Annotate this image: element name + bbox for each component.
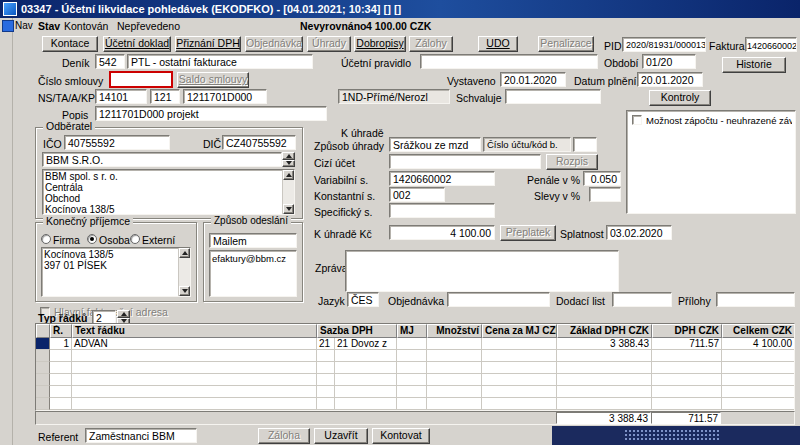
cell[interactable] [557, 362, 652, 374]
priznani-dph-button[interactable]: Přiznání DPH [175, 36, 241, 52]
radio-externi-label[interactable]: Externí [142, 234, 175, 246]
cell[interactable] [397, 362, 427, 374]
cell-sazba-kod[interactable]: 21 [317, 338, 335, 350]
bottom-scroll-panel[interactable] [552, 426, 800, 445]
dodaci-list-field[interactable] [612, 292, 672, 307]
denik-name-field[interactable]: PTL - ostatní fakturace [127, 54, 313, 69]
odberatel-nazev-field[interactable]: BBM S.R.O. [42, 152, 282, 167]
cell[interactable] [482, 386, 557, 398]
referent-field[interactable]: Zaměstnanci BBM [85, 428, 197, 443]
cell[interactable] [335, 350, 397, 362]
cell[interactable] [72, 362, 317, 374]
cell[interactable] [722, 374, 794, 386]
cell[interactable] [427, 350, 482, 362]
cell[interactable] [50, 398, 72, 410]
splatnost-field[interactable]: 03.02.2020 [606, 225, 672, 240]
konstantni-field[interactable]: 002 [389, 187, 445, 202]
cell-text[interactable]: ADVAN [72, 338, 317, 350]
uzavrit-button[interactable]: Uzavřít [314, 428, 368, 444]
row-selector[interactable] [36, 362, 50, 374]
cell-mj[interactable] [397, 338, 427, 350]
schvaluje-field[interactable] [505, 89, 601, 104]
cell[interactable] [482, 398, 557, 410]
cell[interactable] [482, 374, 557, 386]
cell[interactable] [722, 350, 794, 362]
cell[interactable] [722, 398, 794, 410]
cell-mnozstvi[interactable] [427, 338, 482, 350]
obdobi-field[interactable]: 01/20 [642, 54, 696, 69]
kontroly-item-checkbox[interactable] [632, 115, 642, 125]
cell[interactable] [317, 362, 335, 374]
radio-osoba[interactable] [87, 234, 97, 244]
cell[interactable] [50, 374, 72, 386]
slevy-field[interactable] [589, 187, 621, 202]
cislo-smlouvy-field[interactable] [109, 71, 173, 88]
cell[interactable] [557, 386, 652, 398]
scroll-up-icon[interactable] [283, 170, 294, 180]
spin-up-icon[interactable] [282, 152, 295, 160]
cell[interactable] [317, 374, 335, 386]
cell[interactable] [722, 362, 794, 374]
scroll-track[interactable] [179, 258, 190, 286]
spin-up-icon[interactable] [117, 310, 130, 318]
cell[interactable] [335, 374, 397, 386]
zpusob-uhrady-field[interactable]: Srážkou ze mzd [389, 137, 481, 152]
row-selector[interactable] [36, 338, 50, 350]
cell[interactable] [397, 350, 427, 362]
cizi-ucet-field[interactable] [389, 154, 541, 169]
cell-celkem[interactable]: 4 100.00 [722, 338, 794, 350]
kontace-button[interactable]: Kontace [42, 36, 98, 52]
table-row[interactable] [36, 386, 794, 398]
cell[interactable] [317, 386, 335, 398]
cell[interactable] [427, 374, 482, 386]
cell[interactable] [427, 386, 482, 398]
zprava-textarea[interactable] [345, 250, 619, 292]
kontovat-button[interactable]: Kontovat [372, 428, 430, 444]
odberatel-adresa-scrollbar[interactable] [282, 170, 294, 214]
datum-plneni-field[interactable]: 20.01.2020 [637, 72, 703, 87]
cell-cena[interactable] [482, 338, 557, 350]
dic-field[interactable]: CZ40755592 [222, 135, 296, 150]
cell[interactable] [557, 350, 652, 362]
scroll-down-icon[interactable] [179, 286, 190, 296]
variabilni-field[interactable]: 1420660002 [389, 171, 495, 186]
cell[interactable] [722, 386, 794, 398]
udo-button[interactable]: UDO [478, 36, 518, 52]
row-selector[interactable] [36, 386, 50, 398]
cell[interactable] [335, 398, 397, 410]
pid-field[interactable]: 2020/81931/000013 [622, 37, 706, 52]
cell[interactable] [50, 350, 72, 362]
cell[interactable] [335, 362, 397, 374]
dobropisy-button[interactable]: Dobropisy [354, 36, 406, 52]
ns2-field[interactable]: 121 [150, 89, 180, 104]
vystaveno-field[interactable]: 20.01.2020 [500, 72, 566, 87]
radio-osoba-label[interactable]: Osoba [99, 234, 130, 246]
ns1-field[interactable]: 14101 [95, 89, 147, 104]
cell-radek[interactable]: 1 [50, 338, 72, 350]
scroll-track[interactable] [283, 180, 294, 204]
penale-field[interactable]: 0.050 [583, 171, 621, 186]
ucetni-pravidlo-field[interactable] [420, 54, 598, 69]
cell[interactable] [72, 374, 317, 386]
row-selector[interactable] [36, 398, 50, 410]
popis-field[interactable]: 1211701D000 projekt [95, 106, 327, 121]
cell[interactable] [397, 374, 427, 386]
radio-externi[interactable] [130, 234, 140, 244]
denik-code-field[interactable]: 542 [95, 54, 125, 69]
cell[interactable] [427, 362, 482, 374]
cell[interactable] [427, 398, 482, 410]
kod-banky-field[interactable] [573, 137, 597, 152]
odberatel-nazev-spinner[interactable] [282, 152, 295, 167]
historie-button[interactable]: Historie [722, 57, 786, 73]
odeslani-email-box[interactable]: efaktury@bbm.cz [209, 250, 297, 297]
cell[interactable] [72, 350, 317, 362]
cell[interactable] [397, 386, 427, 398]
cell[interactable] [317, 350, 335, 362]
cell[interactable] [482, 362, 557, 374]
table-row[interactable] [36, 374, 794, 386]
spin-down-icon[interactable] [282, 160, 295, 168]
kontroly-item-label[interactable]: Možnost zápočtu - neuhrazené závazky ce [646, 115, 792, 127]
faktura-field[interactable]: 1420660002 [745, 37, 797, 52]
nav-sidebar[interactable] [0, 18, 13, 445]
cell[interactable] [72, 386, 317, 398]
